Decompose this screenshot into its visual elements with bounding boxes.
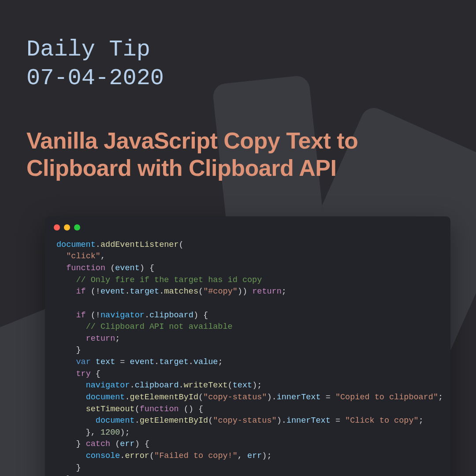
window-maximize-icon: [74, 224, 80, 231]
window-minimize-icon: [64, 224, 70, 231]
window-close-icon: [54, 224, 60, 231]
window-controls: [45, 216, 450, 233]
code-block: document.addEventListener( "click", func…: [45, 233, 450, 476]
heading-date: 07-04-2020: [26, 64, 450, 93]
code-window: document.addEventListener( "click", func…: [45, 216, 450, 476]
page-title: Vanilla JavaScript Copy Text to Clipboar…: [26, 127, 450, 182]
heading-label: Daily Tip: [26, 35, 450, 64]
